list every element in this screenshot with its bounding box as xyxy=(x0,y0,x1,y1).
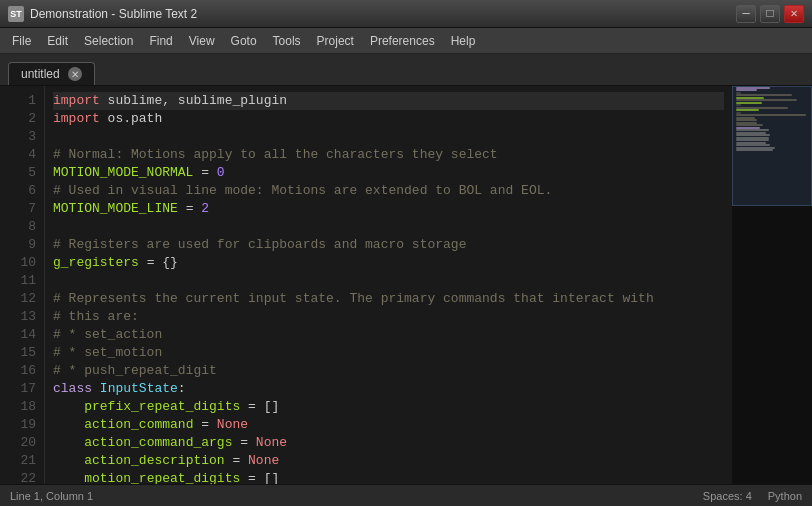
code-line: # this are: xyxy=(53,308,724,326)
minimap-line xyxy=(736,134,770,136)
main-content: 1234567891011121314151617181920212223242… xyxy=(0,86,812,484)
line-number: 9 xyxy=(0,236,44,254)
code-line: # * set_motion xyxy=(53,344,724,362)
tab-untitled[interactable]: untitled ✕ xyxy=(8,62,95,85)
code-line: # Normal: Motions apply to all the chara… xyxy=(53,146,724,164)
line-number: 3 xyxy=(0,128,44,146)
minimap-line xyxy=(736,109,759,111)
line-number: 22 xyxy=(0,470,44,484)
tab-close-button[interactable]: ✕ xyxy=(68,67,82,81)
line-number: 10 xyxy=(0,254,44,272)
line-number: 17 xyxy=(0,380,44,398)
line-number: 18 xyxy=(0,398,44,416)
code-line xyxy=(53,218,724,236)
code-line: import sublime, sublime_plugin xyxy=(53,92,724,110)
window-controls: ─ □ ✕ xyxy=(736,5,804,23)
minimap-line xyxy=(736,114,806,116)
code-line xyxy=(53,128,724,146)
minimap-line xyxy=(736,144,770,146)
minimize-button[interactable]: ─ xyxy=(736,5,756,23)
menu-help[interactable]: Help xyxy=(443,32,484,50)
line-number: 20 xyxy=(0,434,44,452)
line-number: 2 xyxy=(0,110,44,128)
line-number: 15 xyxy=(0,344,44,362)
window-title: Demonstration - Sublime Text 2 xyxy=(30,7,736,21)
minimap-line xyxy=(736,119,757,121)
tab-label: untitled xyxy=(21,67,60,81)
line-number: 14 xyxy=(0,326,44,344)
line-number: 6 xyxy=(0,182,44,200)
code-line: class InputState: xyxy=(53,380,724,398)
minimap-line xyxy=(736,99,797,101)
code-line: action_command = None xyxy=(53,416,724,434)
status-bar: Line 1, Column 1 Spaces: 4 Python xyxy=(0,484,812,506)
minimap-line xyxy=(736,149,773,151)
line-number: 8 xyxy=(0,218,44,236)
code-line xyxy=(53,272,724,290)
code-line: g_registers = {} xyxy=(53,254,724,272)
tab-bar: untitled ✕ xyxy=(0,54,812,86)
minimap-line xyxy=(736,94,792,96)
line-numbers: 1234567891011121314151617181920212223242… xyxy=(0,86,45,484)
code-line: MOTION_MODE_LINE = 2 xyxy=(53,200,724,218)
menu-file[interactable]: File xyxy=(4,32,39,50)
line-number: 12 xyxy=(0,290,44,308)
code-area: 1234567891011121314151617181920212223242… xyxy=(0,86,732,484)
code-line: MOTION_MODE_NORMAL = 0 xyxy=(53,164,724,182)
line-number: 21 xyxy=(0,452,44,470)
cursor-position: Line 1, Column 1 xyxy=(10,490,93,502)
menu-tools[interactable]: Tools xyxy=(265,32,309,50)
code-line: motion_repeat_digits = [] xyxy=(53,470,724,484)
maximize-button[interactable]: □ xyxy=(760,5,780,23)
status-right: Spaces: 4 Python xyxy=(703,490,802,502)
minimap-line xyxy=(736,104,741,106)
code-line: import os.path xyxy=(53,110,724,128)
app-icon: ST xyxy=(8,6,24,22)
indentation: Spaces: 4 xyxy=(703,490,752,502)
language: Python xyxy=(768,490,802,502)
line-number: 7 xyxy=(0,200,44,218)
minimap-line xyxy=(736,124,763,126)
code-line: # Represents the current input state. Th… xyxy=(53,290,724,308)
line-number: 4 xyxy=(0,146,44,164)
menu-view[interactable]: View xyxy=(181,32,223,50)
line-number: 13 xyxy=(0,308,44,326)
code-line: # Used in visual line mode: Motions are … xyxy=(53,182,724,200)
status-left: Line 1, Column 1 xyxy=(10,490,93,502)
menu-goto[interactable]: Goto xyxy=(223,32,265,50)
line-number: 11 xyxy=(0,272,44,290)
title-bar: ST Demonstration - Sublime Text 2 ─ □ ✕ xyxy=(0,0,812,28)
menu-selection[interactable]: Selection xyxy=(76,32,141,50)
menu-edit[interactable]: Edit xyxy=(39,32,76,50)
code-content[interactable]: import sublime, sublime_pluginimport os.… xyxy=(45,86,732,484)
menu-find[interactable]: Find xyxy=(141,32,180,50)
code-line: action_command_args = None xyxy=(53,434,724,452)
minimap[interactable] xyxy=(732,86,812,484)
menu-project[interactable]: Project xyxy=(309,32,362,50)
line-number: 1 xyxy=(0,92,44,110)
line-number: 19 xyxy=(0,416,44,434)
minimap-line xyxy=(736,139,769,141)
code-line: prefix_repeat_digits = [] xyxy=(53,398,724,416)
menu-bar: File Edit Selection Find View Goto Tools… xyxy=(0,28,812,54)
code-line: # * set_action xyxy=(53,326,724,344)
editor[interactable]: 1234567891011121314151617181920212223242… xyxy=(0,86,732,484)
menu-preferences[interactable]: Preferences xyxy=(362,32,443,50)
code-line: # Registers are used for clipboards and … xyxy=(53,236,724,254)
line-number: 16 xyxy=(0,362,44,380)
code-line: action_description = None xyxy=(53,452,724,470)
line-number: 5 xyxy=(0,164,44,182)
minimap-line xyxy=(736,129,769,131)
close-button[interactable]: ✕ xyxy=(784,5,804,23)
minimap-line xyxy=(736,89,757,91)
code-line: # * push_repeat_digit xyxy=(53,362,724,380)
